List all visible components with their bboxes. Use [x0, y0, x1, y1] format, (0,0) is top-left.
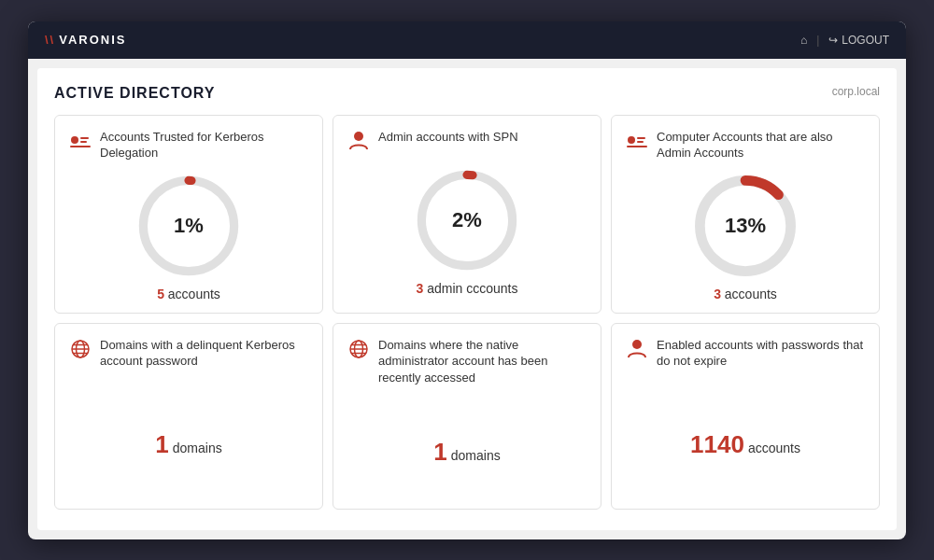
card-title: Admin accounts with SPN: [378, 129, 518, 146]
svg-rect-3: [70, 146, 91, 147]
card-title: Enabled accounts with passwords that do …: [657, 337, 864, 370]
card-computer-admin[interactable]: Computer Accounts that are also Admin Ac…: [611, 115, 880, 314]
logout-button[interactable]: ↪ LOGOUT: [828, 34, 889, 47]
count-suffix: admin cccounts: [427, 281, 517, 296]
card-body: 1 domains: [70, 377, 307, 497]
card-header: Computer Accounts that are also Admin Ac…: [627, 129, 864, 161]
page-title: ACTIVE DIRECTORY: [54, 85, 215, 102]
big-count: 1: [155, 430, 168, 459]
separator: |: [816, 34, 819, 47]
svg-rect-10: [637, 137, 645, 139]
count-number: 3: [714, 287, 721, 301]
count-number: 3: [417, 281, 424, 296]
svg-rect-11: [637, 141, 644, 143]
svg-rect-0: [71, 136, 78, 144]
card-header: Domains where the native administrator a…: [348, 337, 586, 386]
globe-icon-2: [348, 339, 369, 359]
card-native-admin[interactable]: Domains where the native administrator a…: [333, 323, 601, 510]
card-header: Domains with a delinquent Kerberos accou…: [70, 337, 307, 370]
donut-percent: 2%: [452, 208, 482, 232]
count-row: 1140 accounts: [690, 423, 800, 459]
card-kerberos-delegation[interactable]: Accounts Trusted for Kerberos Delegation…: [54, 115, 323, 314]
svg-rect-12: [627, 146, 647, 147]
count-number: 5: [157, 287, 164, 301]
donut-percent: 13%: [725, 214, 766, 238]
big-count-label: domains: [173, 441, 222, 455]
count-suffix: accounts: [725, 287, 777, 301]
card-body: 2% 3 admin cccounts: [348, 159, 586, 301]
svg-point-6: [354, 132, 363, 141]
cards-grid: Accounts Trusted for Kerberos Delegation…: [54, 115, 880, 510]
svg-rect-2: [80, 141, 87, 143]
card-title: Accounts Trusted for Kerberos Delegation: [100, 129, 307, 161]
logo-slashes: \\: [45, 33, 55, 47]
person-list-icon: [70, 131, 91, 151]
topbar: \\VARONIS ⌂ | ↪ LOGOUT: [28, 21, 906, 59]
donut-3: 13%: [694, 175, 797, 277]
big-count: 1140: [690, 430, 744, 459]
big-count: 1: [433, 438, 446, 467]
count-suffix: accounts: [168, 287, 220, 301]
svg-point-25: [632, 340, 642, 349]
card-title: Domains with a delinquent Kerberos accou…: [100, 337, 307, 370]
count-row: 1 domains: [433, 430, 500, 467]
card-body: 13% 3 accounts: [627, 169, 864, 301]
card-count: 5 accounts: [157, 287, 220, 301]
logout-label: LOGOUT: [842, 34, 889, 47]
svg-rect-9: [628, 136, 635, 144]
person-icon-2: [627, 339, 647, 359]
card-body: 1 domains: [348, 393, 586, 497]
logo: \\VARONIS: [45, 33, 127, 47]
app-window: \\VARONIS ⌂ | ↪ LOGOUT ACTIVE DIRECTORY …: [28, 21, 906, 539]
donut-percent: 1%: [174, 214, 204, 238]
card-admin-spn[interactable]: Admin accounts with SPN 2% 3 admin cccou…: [333, 115, 601, 314]
main-content: ACTIVE DIRECTORY corp.local Accounts Tru…: [37, 68, 897, 530]
card-kerberos-password[interactable]: Domains with a delinquent Kerberos accou…: [54, 323, 323, 510]
count-row: 1 domains: [155, 423, 221, 459]
svg-rect-1: [80, 137, 89, 139]
card-count: 3 accounts: [714, 287, 777, 301]
domain-label: corp.local: [832, 85, 880, 98]
card-body: 1140 accounts: [627, 377, 864, 497]
donut-1: 1%: [137, 175, 240, 277]
home-icon[interactable]: ⌂: [800, 34, 807, 47]
big-count-label: domains: [451, 448, 501, 463]
card-header: Accounts Trusted for Kerberos Delegation: [70, 129, 307, 161]
card-title: Domains where the native administrator a…: [378, 337, 586, 386]
person-icon: [348, 131, 369, 151]
card-header: Admin accounts with SPN: [348, 129, 518, 151]
card-no-expire[interactable]: Enabled accounts with passwords that do …: [611, 323, 880, 510]
globe-icon: [70, 339, 91, 359]
card-title: Computer Accounts that are also Admin Ac…: [657, 129, 864, 161]
donut-2: 2%: [416, 169, 518, 272]
page-header: ACTIVE DIRECTORY corp.local: [54, 85, 880, 102]
logout-icon: ↪: [828, 34, 838, 47]
card-body: 1% 5 accounts: [70, 169, 307, 301]
topbar-right: ⌂ | ↪ LOGOUT: [800, 34, 889, 47]
card-count: 3 admin cccounts: [417, 281, 518, 296]
card-header: Enabled accounts with passwords that do …: [627, 337, 864, 370]
person-list-icon-2: [627, 131, 647, 151]
big-count-label: accounts: [748, 441, 800, 455]
